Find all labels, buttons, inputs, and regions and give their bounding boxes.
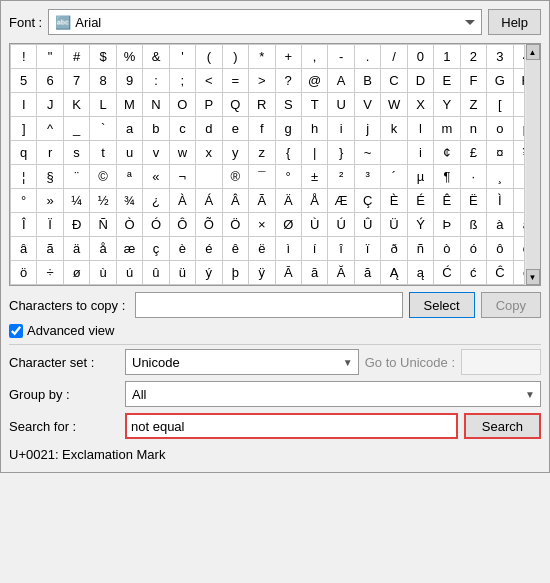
char-cell[interactable]: ¼ xyxy=(64,189,90,213)
char-cell[interactable]: _ xyxy=(64,117,90,141)
char-cell[interactable]: o xyxy=(487,117,513,141)
char-cell[interactable]: ) xyxy=(223,45,249,69)
char-cell[interactable]: r xyxy=(37,141,63,165)
char-cell[interactable]: c xyxy=(170,117,196,141)
char-cell[interactable]: â xyxy=(11,237,37,261)
char-cell[interactable]: Ö xyxy=(223,213,249,237)
char-cell[interactable]: Ý xyxy=(408,213,434,237)
char-cell[interactable]: ¶ xyxy=(434,165,460,189)
char-cell[interactable]: U xyxy=(328,93,354,117)
char-cell[interactable]: · xyxy=(461,165,487,189)
char-cell[interactable]: < xyxy=(196,69,222,93)
char-cell[interactable]: Ë xyxy=(461,189,487,213)
char-cell[interactable]: » xyxy=(37,189,63,213)
char-cell[interactable]: ° xyxy=(276,165,302,189)
char-cell[interactable]: O xyxy=(170,93,196,117)
char-cell[interactable]: ć xyxy=(461,261,487,285)
char-cell[interactable]: g xyxy=(276,117,302,141)
char-cell[interactable]: i xyxy=(328,117,354,141)
char-cell[interactable]: 3 xyxy=(487,45,513,69)
char-cell[interactable]: ¿ xyxy=(143,189,169,213)
char-cell[interactable]: å xyxy=(90,237,116,261)
char-cell[interactable]: é xyxy=(196,237,222,261)
char-cell[interactable]: ¤ xyxy=(487,141,513,165)
char-cell[interactable]: ; xyxy=(170,69,196,93)
char-cell[interactable]: l xyxy=(408,117,434,141)
char-cell[interactable]: Ú xyxy=(328,213,354,237)
char-cell[interactable]: I xyxy=(11,93,37,117)
char-cell[interactable]: § xyxy=(37,165,63,189)
char-cell[interactable]: @ xyxy=(302,69,328,93)
char-cell[interactable]: Ç xyxy=(355,189,381,213)
char-cell[interactable]: v xyxy=(143,141,169,165)
char-cell[interactable]: E xyxy=(434,69,460,93)
char-cell[interactable]: D xyxy=(408,69,434,93)
char-cell[interactable]: L xyxy=(90,93,116,117)
char-cell[interactable]: ² xyxy=(328,165,354,189)
char-cell[interactable]: ë xyxy=(249,237,275,261)
char-cell[interactable]: Ü xyxy=(381,213,407,237)
char-cell[interactable]: Y xyxy=(434,93,460,117)
char-cell[interactable]: Ò xyxy=(117,213,143,237)
char-cell[interactable]: ! xyxy=(11,45,37,69)
char-cell[interactable]: Â xyxy=(223,189,249,213)
char-cell[interactable]: ā xyxy=(302,261,328,285)
char-cell[interactable]: ü xyxy=(170,261,196,285)
char-cell[interactable]: ê xyxy=(223,237,249,261)
char-cell[interactable]: ç xyxy=(143,237,169,261)
char-cell[interactable]: ò xyxy=(434,237,460,261)
char-cell[interactable]: Å xyxy=(302,189,328,213)
char-cell[interactable]: ñ xyxy=(408,237,434,261)
char-cell[interactable]: Ï xyxy=(37,213,63,237)
char-cell[interactable]: Z xyxy=(461,93,487,117)
char-cell[interactable]: Õ xyxy=(196,213,222,237)
character-set-select[interactable]: Unicode Windows: Western European DOS: L… xyxy=(125,349,359,375)
char-cell[interactable]: Ø xyxy=(276,213,302,237)
char-cell[interactable]: y xyxy=(223,141,249,165)
help-button[interactable]: Help xyxy=(488,9,541,35)
char-cell[interactable]: × xyxy=(249,213,275,237)
char-cell[interactable]: « xyxy=(143,165,169,189)
char-cell[interactable]: ~ xyxy=(355,141,381,165)
char-cell[interactable]: ä xyxy=(64,237,90,261)
char-cell[interactable]: k xyxy=(381,117,407,141)
char-cell[interactable]: m xyxy=(434,117,460,141)
char-cell[interactable]: ą xyxy=(408,261,434,285)
char-cell[interactable]: ý xyxy=(196,261,222,285)
char-cell[interactable]: Q xyxy=(223,93,249,117)
char-cell[interactable]: à xyxy=(487,213,513,237)
char-cell[interactable]: É xyxy=(408,189,434,213)
scroll-down-button[interactable]: ▼ xyxy=(526,269,540,285)
char-cell[interactable]: Á xyxy=(196,189,222,213)
char-cell[interactable]: d xyxy=(196,117,222,141)
char-cell[interactable]: $ xyxy=(90,45,116,69)
char-cell[interactable]: 0 xyxy=(408,45,434,69)
char-cell[interactable]: ¬ xyxy=(170,165,196,189)
char-cell[interactable]: ¨ xyxy=(64,165,90,189)
char-cell[interactable]: Ù xyxy=(302,213,328,237)
char-cell[interactable]: i xyxy=(408,141,434,165)
char-cell[interactable]: 1 xyxy=(434,45,460,69)
char-cell[interactable]: # xyxy=(64,45,90,69)
char-cell[interactable]: w xyxy=(170,141,196,165)
char-cell[interactable]: è xyxy=(170,237,196,261)
char-cell[interactable]: µ xyxy=(408,165,434,189)
search-for-input[interactable] xyxy=(125,413,458,439)
char-cell[interactable]: X xyxy=(408,93,434,117)
char-cell[interactable]: = xyxy=(223,69,249,93)
char-cell[interactable]: 6 xyxy=(37,69,63,93)
char-cell[interactable]: Ć xyxy=(434,261,460,285)
char-cell[interactable]: 8 xyxy=(90,69,116,93)
select-button[interactable]: Select xyxy=(409,292,475,318)
char-cell[interactable]: [ xyxy=(487,93,513,117)
char-cell[interactable]: Ă xyxy=(328,261,354,285)
char-cell[interactable]: n xyxy=(461,117,487,141)
char-cell[interactable]: N xyxy=(143,93,169,117)
char-cell[interactable]: F xyxy=(461,69,487,93)
char-cell[interactable]: ó xyxy=(461,237,487,261)
char-cell[interactable]: ú xyxy=(117,261,143,285)
char-cell[interactable]: A xyxy=(328,69,354,93)
char-cell[interactable]: a xyxy=(117,117,143,141)
char-cell[interactable]: M xyxy=(117,93,143,117)
chars-to-copy-input[interactable] xyxy=(135,292,403,318)
